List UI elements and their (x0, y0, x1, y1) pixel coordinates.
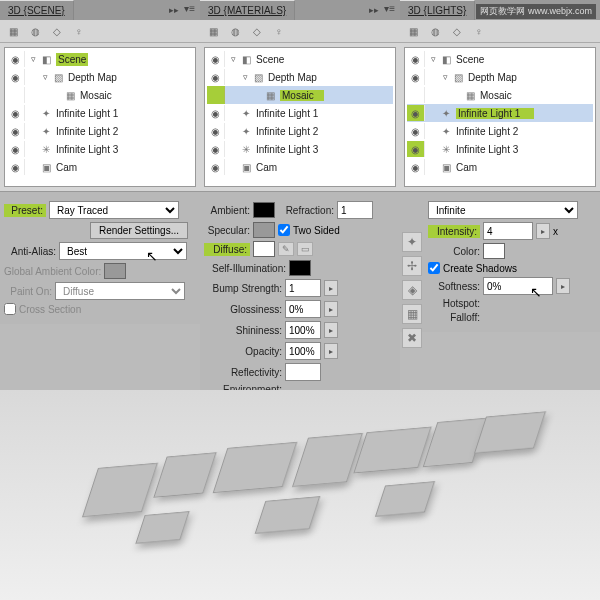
tree-row[interactable]: ◉Infinite Light 2 (207, 122, 393, 140)
anti-alias-select[interactable]: Best (59, 242, 187, 260)
collapse-icon[interactable]: ▸▸ (167, 3, 181, 17)
tree-row-selected[interactable]: Mosaic (207, 86, 393, 104)
eye-icon[interactable]: ◉ (407, 51, 425, 67)
eye-icon[interactable]: ◉ (7, 51, 25, 67)
render-settings-button[interactable]: Render Settings... (90, 222, 188, 239)
tree-row[interactable]: Mosaic (7, 86, 193, 104)
stepper-icon[interactable]: ▸ (324, 343, 338, 359)
diffuse-swatch[interactable] (253, 241, 275, 257)
eye-icon[interactable] (7, 87, 25, 103)
filter-material-icon[interactable]: ◇ (249, 23, 265, 39)
eye-icon[interactable]: ◉ (407, 159, 425, 175)
tree-row[interactable]: ◉Infinite Light 2 (7, 122, 193, 140)
materials-panel: 3D {MATERIALS} ▸▸▾≡ ▦ ◍ ◇ ♀ ◉▿Scene ◉▿De… (200, 0, 400, 404)
filter-light-icon[interactable]: ♀ (271, 23, 287, 39)
tree-row[interactable]: ◉Infinite Light 1 (207, 104, 393, 122)
tab-scene[interactable]: 3D {SCENE} (0, 0, 74, 20)
filter-material-icon[interactable]: ◇ (49, 23, 65, 39)
color-swatch[interactable] (483, 243, 505, 259)
paint-on-select[interactable]: Diffuse (55, 282, 185, 300)
tree-row-scene[interactable]: ◉▿Scene (7, 50, 193, 68)
tree-row[interactable]: Mosaic (407, 86, 593, 104)
eye-icon[interactable]: ◉ (207, 123, 225, 139)
texture-icon[interactable]: ✎ (278, 242, 294, 256)
tree-row-selected[interactable]: ◉Infinite Light 1 (407, 104, 593, 122)
eye-icon[interactable]: ◉ (7, 105, 25, 121)
new-light-icon[interactable]: ✦ (402, 232, 422, 252)
create-shadows-checkbox[interactable] (428, 262, 440, 274)
tree-row[interactable]: ◉Infinite Light 3 (7, 140, 193, 158)
self-illumination-swatch[interactable] (289, 260, 311, 276)
filter-mesh-icon[interactable]: ◍ (227, 23, 243, 39)
stepper-icon[interactable]: ▸ (536, 223, 550, 239)
bump-input[interactable] (285, 279, 321, 297)
eye-icon[interactable] (407, 87, 425, 103)
tree-row[interactable]: ◉Cam (7, 158, 193, 176)
tree-row[interactable]: ◉Infinite Light 1 (7, 104, 193, 122)
stepper-icon[interactable]: ▸ (556, 278, 570, 294)
light-type-select[interactable]: Infinite (428, 201, 578, 219)
ambient-swatch[interactable] (253, 202, 275, 218)
tree-row[interactable]: ◉Cam (207, 158, 393, 176)
tree-row[interactable]: ◉▿Depth Map (7, 68, 193, 86)
eye-icon[interactable]: ◉ (207, 159, 225, 175)
tab-materials[interactable]: 3D {MATERIALS} (200, 0, 295, 20)
softness-input[interactable] (483, 277, 553, 295)
global-ambient-swatch[interactable] (104, 263, 126, 279)
filter-light-icon[interactable]: ♀ (71, 23, 87, 39)
shininess-input[interactable] (285, 321, 321, 339)
intensity-input[interactable] (483, 222, 533, 240)
filter-material-icon[interactable]: ◇ (449, 23, 465, 39)
eye-icon[interactable]: ◉ (7, 159, 25, 175)
tree-row-scene[interactable]: ◉▿Scene (207, 50, 393, 68)
tree-row[interactable]: ◉▿Depth Map (407, 68, 593, 86)
eye-icon[interactable]: ◉ (7, 69, 25, 85)
eye-icon[interactable] (207, 87, 225, 103)
glossiness-input[interactable] (285, 300, 321, 318)
eye-icon[interactable]: ◉ (407, 69, 425, 85)
eye-icon[interactable]: ◉ (7, 141, 25, 157)
refraction-input[interactable] (337, 201, 373, 219)
filter-light-icon[interactable]: ♀ (471, 23, 487, 39)
filter-scene-icon[interactable]: ▦ (405, 23, 421, 39)
stepper-icon[interactable]: ▸ (324, 280, 338, 296)
filter-scene-icon[interactable]: ▦ (5, 23, 21, 39)
delete-light-icon[interactable]: ✖ (402, 328, 422, 348)
tab-lights[interactable]: 3D {LIGHTS} (400, 0, 475, 20)
filter-mesh-icon[interactable]: ◍ (427, 23, 443, 39)
specular-swatch[interactable] (253, 222, 275, 238)
eye-icon[interactable]: ◉ (7, 123, 25, 139)
eye-icon[interactable]: ◉ (407, 105, 425, 121)
eye-icon[interactable]: ◉ (207, 51, 225, 67)
tree-row[interactable]: ◉Infinite Light 3 (207, 140, 393, 158)
light-target-icon[interactable]: ◈ (402, 280, 422, 300)
opacity-input[interactable] (285, 342, 321, 360)
stepper-icon[interactable]: ▸ (324, 301, 338, 317)
menu-icon[interactable]: ▾≡ (181, 3, 198, 17)
eye-icon[interactable]: ◉ (207, 141, 225, 157)
light-ground-icon[interactable]: ▦ (402, 304, 422, 324)
collapse-icon[interactable]: ▸▸ (367, 3, 381, 17)
filter-scene-icon[interactable]: ▦ (205, 23, 221, 39)
eye-icon[interactable]: ◉ (207, 105, 225, 121)
two-sided-checkbox[interactable] (278, 224, 290, 236)
refraction-label: Refraction: (278, 205, 334, 216)
eye-icon[interactable]: ◉ (207, 69, 225, 85)
tree-row[interactable]: ◉Cam (407, 158, 593, 176)
filter-mesh-icon[interactable]: ◍ (27, 23, 43, 39)
node-label: Scene (456, 54, 484, 65)
color-label: Color: (428, 246, 480, 257)
tree-row[interactable]: ◉Infinite Light 3 (407, 140, 593, 158)
folder-icon[interactable]: ▭ (297, 242, 313, 256)
stepper-icon[interactable]: ▸ (324, 322, 338, 338)
tree-row[interactable]: ◉▿Depth Map (207, 68, 393, 86)
preset-select[interactable]: Ray Traced (49, 201, 179, 219)
light-icon (239, 106, 253, 120)
eye-icon-highlighted[interactable]: ◉ (407, 141, 425, 157)
light-position-icon[interactable]: ✢ (402, 256, 422, 276)
cross-section-checkbox[interactable] (4, 303, 16, 315)
tree-row-scene[interactable]: ◉▿Scene (407, 50, 593, 68)
tree-row[interactable]: ◉Infinite Light 2 (407, 122, 593, 140)
menu-icon[interactable]: ▾≡ (381, 3, 398, 17)
eye-icon[interactable]: ◉ (407, 123, 425, 139)
